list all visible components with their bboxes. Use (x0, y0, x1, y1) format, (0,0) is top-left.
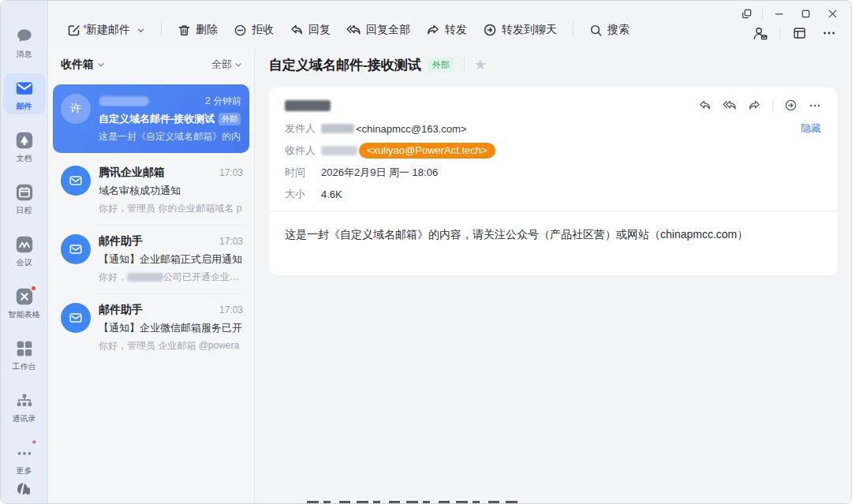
mail-list-item[interactable]: 腾讯企业邮箱 17:03 域名审核成功通知 你好，管理员 你的企业邮箱域名 p (51, 156, 251, 225)
envelope-icon (69, 174, 83, 188)
layout-panel-icon[interactable] (788, 23, 810, 43)
chat-bubble-icon (14, 26, 35, 47)
sidebar-item-label: 文档 (17, 154, 32, 163)
window-divider (762, 8, 763, 19)
folder-selector[interactable]: 收件箱 (61, 58, 106, 72)
to-name-redacted (321, 146, 357, 155)
sender-name: 腾讯企业邮箱 (99, 166, 215, 180)
mail-preview: 你好，公司已开通企业微信 (99, 271, 243, 284)
app-logo-icon[interactable] (14, 479, 35, 499)
popout-icon[interactable] (735, 5, 757, 22)
reply-all-icon (346, 23, 361, 37)
sidebar-nav: 消息 邮件 文档 日程 会议 (1, 1, 48, 503)
compose-icon: ✦ (67, 23, 81, 37)
star-icon[interactable]: ★ (474, 58, 487, 72)
sidebar-item-messages[interactable]: 消息 (3, 21, 46, 62)
utility-divider (779, 28, 780, 39)
mail-subject: 【通知】企业微信邮箱服务已开通 (99, 321, 243, 335)
card-actions (698, 99, 821, 112)
reject-button[interactable]: 拒收 (227, 19, 280, 41)
chevron-down-icon (136, 26, 145, 35)
from-email: <chinapmcc@163.com> (356, 123, 466, 135)
forward-to-chat-button[interactable]: 转发到聊天 (476, 19, 563, 41)
sender-avatar (61, 303, 91, 333)
close-button[interactable] (821, 5, 843, 22)
size-label: 大小 (285, 187, 321, 201)
mail-title: 自定义域名邮件-接收测试 (269, 56, 421, 74)
sender-name: 邮件助手 (99, 303, 215, 317)
sidebar-item-calendar[interactable]: 日程 (3, 177, 46, 218)
sidebar-item-workbench[interactable]: 工作台 (3, 334, 46, 375)
sidebar-item-label: 工作台 (13, 362, 36, 371)
mail-toolbar: ✦ 新建邮件 删除 拒收 回复 (48, 1, 851, 48)
sender-name: 邮件助手 (99, 234, 215, 248)
contact-mail-icon[interactable] (749, 23, 772, 43)
chat-forward-icon[interactable] (784, 99, 798, 112)
mail-preview: 这是一封《自定义域名邮箱》的内 (99, 130, 241, 144)
from-label: 发件人 (285, 121, 321, 136)
mail-list-panel: 收件箱 全部 许 2 分钟前 (48, 48, 255, 503)
sidebar-item-mail[interactable]: 邮件 (3, 73, 46, 114)
sidebar-item-meeting[interactable]: 会议 (3, 230, 46, 271)
new-mail-button[interactable]: ✦ 新建邮件 (61, 19, 151, 41)
sparkle-icon: ✦ (31, 438, 37, 446)
sender-avatar: 许 (61, 94, 91, 124)
to-label: 收件人 (285, 144, 321, 158)
sidebar-item-label: 通讯录 (13, 414, 36, 424)
mail-list-scroll[interactable]: 许 2 分钟前 自定义域名邮件-接收测试 外部 这是一封《自定义域名邮箱》的内 (48, 81, 254, 503)
toolbar-divider (573, 22, 574, 36)
mail-title-row: 自定义域名邮件-接收测试 外部 ★ (255, 48, 851, 81)
mail-subject: 自定义域名邮件-接收测试 (99, 112, 215, 126)
minimize-button[interactable] (768, 5, 790, 22)
sender-name-redacted (99, 94, 200, 106)
envelope-icon (14, 78, 35, 99)
to-email-highlighted: <xuliyao@PowerAct.tech> (359, 143, 495, 159)
title-divider (464, 58, 465, 71)
sidebar-item-more[interactable]: ✦ 更多 (3, 438, 46, 479)
smart-table-icon (14, 286, 35, 307)
reply-all-button[interactable]: 回复全部 (340, 19, 417, 41)
mail-list-item-selected[interactable]: 许 2 分钟前 自定义域名邮件-接收测试 外部 这是一封《自定义域名邮箱》的内 (53, 84, 249, 153)
sender-avatar (61, 234, 91, 264)
toolbar-divider (161, 22, 162, 36)
reply-all-icon[interactable] (723, 99, 737, 112)
maximize-button[interactable] (794, 5, 816, 22)
grid-icon (14, 338, 35, 359)
hide-details-link[interactable]: 隐藏 (801, 121, 821, 136)
mail-card: 发件人 <chinapmcc@163.com> 隐藏 收件人 <xuliyao@… (269, 88, 837, 275)
mail-preview: 你好，管理员 你的企业邮箱域名 p (99, 202, 243, 215)
mail-list-item[interactable]: 邮件助手 17:03 【通知】企业微信邮箱服务已开通 你好，管理员 企业邮箱 @… (51, 293, 251, 362)
search-icon (589, 24, 603, 37)
external-badge: 外部 (219, 113, 241, 125)
sidebar-item-contacts[interactable]: 通讯录 (3, 386, 46, 427)
mail-body-text: 这是一封《自定义域名邮箱》的内容，请关注公众号（产品社区营）或网站（chinap… (285, 211, 821, 257)
mail-meta: 发件人 <chinapmcc@163.com> 隐藏 收件人 <xuliyao@… (285, 121, 821, 201)
external-badge: 外部 (428, 58, 454, 73)
delete-button[interactable]: 删除 (171, 19, 224, 41)
unread-dot-badge (30, 285, 37, 292)
forward-icon (426, 23, 440, 37)
redacted-text (127, 273, 163, 282)
mail-list-header: 收件箱 全部 (48, 48, 254, 81)
filter-selector[interactable]: 全部 (211, 58, 243, 72)
sidebar-item-label: 智能表格 (9, 310, 40, 319)
sidebar-item-label: 邮件 (17, 102, 32, 111)
sidebar-item-label: 消息 (17, 50, 32, 59)
more-icon[interactable] (809, 99, 821, 112)
trash-icon (178, 24, 191, 37)
sidebar-item-docs[interactable]: 文档 (3, 125, 46, 166)
forward-button[interactable]: 转发 (420, 19, 473, 41)
chevron-down-icon (96, 60, 106, 69)
reply-icon[interactable] (698, 99, 712, 112)
sidebar-item-label: 会议 (17, 258, 32, 267)
forward-icon[interactable] (748, 99, 761, 112)
mail-list-item[interactable]: 邮件助手 17:03 【通知】企业邮箱正式启用通知 你好，公司已开通企业微信 (51, 225, 251, 293)
sidebar-item-smart-table[interactable]: 智能表格 (3, 282, 46, 323)
time-label: 时间 (285, 166, 321, 180)
reply-button[interactable]: 回复 (283, 19, 337, 41)
search-button[interactable]: 搜索 (583, 19, 636, 41)
mail-subject: 【通知】企业邮箱正式启用通知 (99, 252, 242, 267)
more-icon[interactable] (818, 23, 840, 43)
toolbar-utilities (749, 23, 840, 43)
mail-time: 2 分钟前 (205, 95, 241, 108)
